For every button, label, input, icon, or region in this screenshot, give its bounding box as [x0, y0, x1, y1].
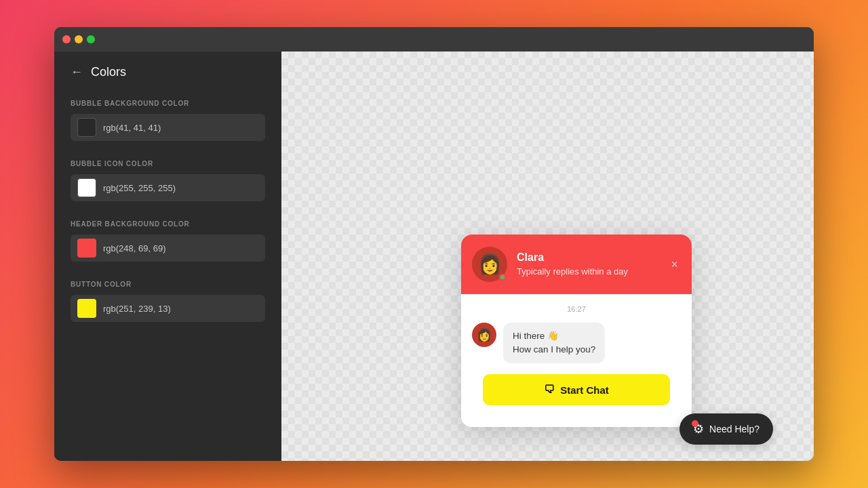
help-icon-wrapper: ⚙: [693, 422, 704, 436]
chat-agent-name: Clara: [517, 251, 658, 264]
button-color-section: BUTTON COLOR rgb(251, 239, 13): [71, 281, 265, 322]
browser-window: ← Colors BUBBLE BACKGROUND COLOR rgb(41,…: [54, 27, 814, 461]
messenger-icon: 🗨: [544, 384, 555, 396]
sidebar-title: Colors: [91, 65, 126, 79]
traffic-light-close[interactable]: [62, 35, 71, 43]
browser-titlebar: [54, 27, 814, 52]
browser-body: ← Colors BUBBLE BACKGROUND COLOR rgb(41,…: [54, 52, 814, 461]
back-arrow-icon[interactable]: ←: [71, 65, 83, 79]
bubble-bg-input-row[interactable]: rgb(41, 41, 41): [71, 114, 265, 141]
online-indicator: [499, 274, 506, 281]
header-bg-section: HEADER BACKGROUND COLOR rgb(248, 69, 69): [71, 220, 265, 262]
traffic-light-minimize[interactable]: [75, 35, 83, 43]
start-chat-button[interactable]: 🗨 Start Chat: [483, 374, 670, 405]
bubble-icon-value: rgb(255, 255, 255): [103, 183, 176, 193]
chat-timestamp: 16:27: [472, 305, 681, 313]
chat-widget: 👩 Clara Typically replies within a day ×…: [461, 235, 692, 428]
header-bg-label: HEADER BACKGROUND COLOR: [71, 220, 265, 228]
need-help-label: Need Help?: [709, 424, 760, 434]
button-color-value: rgb(251, 239, 13): [103, 304, 171, 314]
chat-close-button[interactable]: ×: [668, 256, 681, 273]
bubble-line2: How can I help you?: [513, 343, 595, 357]
msg-avatar-emoji: 👩: [477, 327, 492, 342]
chat-agent-status: Typically replies within a day: [517, 266, 658, 277]
need-help-bubble[interactable]: ⚙ Need Help?: [679, 413, 773, 445]
bubble-line1: Hi there 👋: [513, 329, 595, 343]
button-color-input-row[interactable]: rgb(251, 239, 13): [71, 295, 265, 322]
button-color-label: BUTTON COLOR: [71, 281, 265, 288]
chat-msg-avatar: 👩: [472, 323, 496, 347]
header-bg-value: rgb(248, 69, 69): [103, 243, 166, 253]
bubble-icon-input-row[interactable]: rgb(255, 255, 255): [71, 174, 265, 201]
bubble-icon-section: BUBBLE ICON COLOR rgb(255, 255, 255): [71, 160, 265, 201]
help-notification-dot: [692, 420, 698, 427]
traffic-lights: [62, 35, 95, 43]
chat-body: 16:27 👩 Hi there 👋 How can I help you? 🗨…: [461, 294, 692, 428]
header-bg-input-row[interactable]: rgb(248, 69, 69): [71, 235, 265, 262]
chat-bubble: Hi there 👋 How can I help you?: [503, 323, 605, 364]
chat-header-info: Clara Typically replies within a day: [517, 251, 658, 277]
bubble-bg-label: BUBBLE BACKGROUND COLOR: [71, 100, 265, 107]
bubble-icon-label: BUBBLE ICON COLOR: [71, 160, 265, 167]
header-bg-swatch: [77, 239, 96, 258]
chat-header: 👩 Clara Typically replies within a day ×: [461, 235, 692, 294]
avatar-emoji: 👩: [478, 253, 502, 275]
preview-area: 👩 Clara Typically replies within a day ×…: [281, 52, 814, 461]
chat-message-row: 👩 Hi there 👋 How can I help you?: [472, 323, 681, 364]
chat-avatar-wrapper: 👩: [472, 247, 507, 282]
bubble-bg-value: rgb(41, 41, 41): [103, 123, 161, 133]
sidebar-header: ← Colors: [71, 65, 265, 79]
sidebar: ← Colors BUBBLE BACKGROUND COLOR rgb(41,…: [54, 52, 281, 461]
bubble-bg-swatch: [77, 118, 96, 137]
start-chat-label: Start Chat: [560, 384, 609, 396]
traffic-light-maximize[interactable]: [87, 35, 95, 43]
bubble-background-section: BUBBLE BACKGROUND COLOR rgb(41, 41, 41): [71, 100, 265, 141]
bubble-icon-swatch: [77, 178, 96, 197]
button-color-swatch: [77, 299, 96, 318]
